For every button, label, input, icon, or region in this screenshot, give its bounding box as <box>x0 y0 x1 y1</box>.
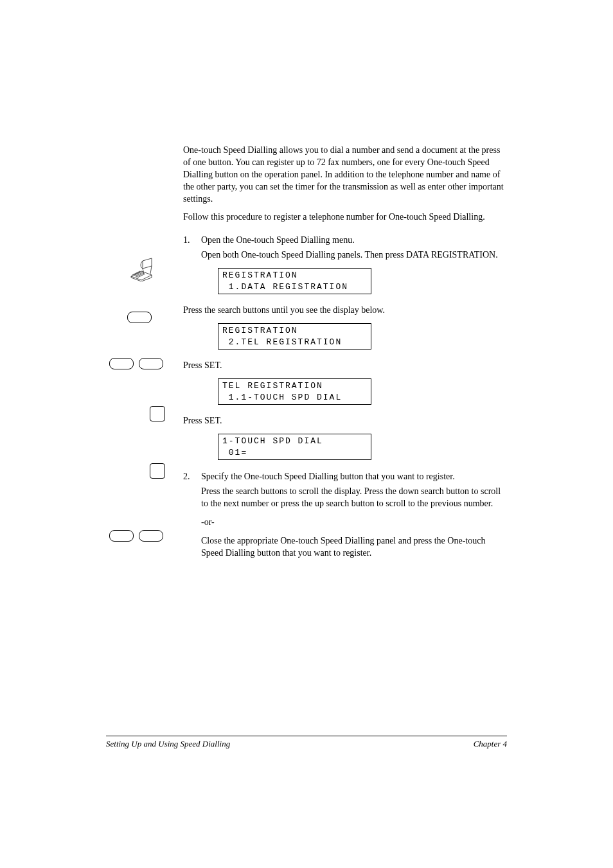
footer-right: Chapter 4 <box>474 739 507 749</box>
step-1-sub1: Open both One-touch Speed Dialling panel… <box>201 249 507 261</box>
step-1-sub4: Press SET. <box>183 415 507 427</box>
intro-p1: One-touch Speed Dialling allows you to d… <box>183 145 507 205</box>
lcd-display-2: REGISTRATION 2.TEL REGISTRATION <box>218 323 371 350</box>
footer-left: Setting Up and Using Speed Dialling <box>106 739 230 749</box>
device-icon <box>129 257 154 284</box>
step-2: 2. Specify the One-touch Speed Dialling … <box>183 472 507 482</box>
set-button-icon-1 <box>150 406 165 421</box>
step-2-sub2: Close the appropriate One-touch Speed Di… <box>201 535 507 560</box>
step-1-sub3: Press SET. <box>183 360 507 372</box>
step-1-title: Open the One-touch Speed Dialling menu. <box>201 235 507 245</box>
step-2-sub1: Press the search buttons to scroll the d… <box>201 486 507 510</box>
lcd-display-4: 1-TOUCH SPD DIAL 01= <box>218 434 371 460</box>
search-buttons-icon <box>109 358 163 369</box>
page-footer: Setting Up and Using Speed Dialling Chap… <box>106 736 507 749</box>
step-2-title: Specify the One-touch Speed Dialling but… <box>201 472 507 482</box>
intro-p2: Follow this procedure to register a tele… <box>183 211 507 224</box>
set-button-icon-2 <box>150 463 165 479</box>
step-2-number: 2. <box>183 472 201 482</box>
step-1-sub2: Press the search buttons until you see t… <box>183 305 507 317</box>
search-buttons-icon-2 <box>109 530 163 542</box>
step-1: 1. Open the One-touch Speed Dialling men… <box>183 235 507 245</box>
step-1-number: 1. <box>183 235 201 245</box>
oval-button-icon <box>127 312 152 326</box>
step-2-or: -or- <box>201 517 507 529</box>
lcd-display-1: REGISTRATION 1.DATA REGISTRATION <box>218 268 371 294</box>
lcd-display-3: TEL REGISTRATION 1.1-TOUCH SPD DIAL <box>218 378 371 405</box>
